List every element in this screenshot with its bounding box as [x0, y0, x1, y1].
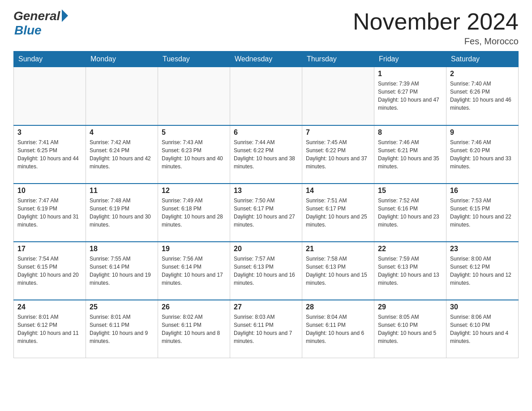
- column-header-saturday: Saturday: [446, 51, 519, 67]
- day-number: 25: [90, 303, 154, 311]
- day-info: Sunrise: 7:41 AMSunset: 6:25 PMDaylight:…: [17, 138, 82, 171]
- calendar-cell: 15Sunrise: 7:52 AMSunset: 6:16 PMDayligh…: [374, 184, 446, 242]
- day-info: Sunrise: 7:44 AMSunset: 6:22 PMDaylight:…: [234, 138, 298, 171]
- calendar-cell: 21Sunrise: 7:58 AMSunset: 6:13 PMDayligh…: [302, 242, 374, 300]
- day-number: 2: [450, 70, 515, 78]
- day-number: 28: [306, 303, 370, 311]
- calendar-cell: 5Sunrise: 7:43 AMSunset: 6:23 PMDaylight…: [158, 125, 230, 184]
- day-info: Sunrise: 7:45 AMSunset: 6:22 PMDaylight:…: [306, 138, 370, 171]
- day-number: 5: [162, 128, 226, 137]
- calendar-cell: [14, 67, 86, 125]
- day-number: 1: [378, 70, 442, 78]
- calendar-cell: 9Sunrise: 7:46 AMSunset: 6:20 PMDaylight…: [446, 125, 519, 184]
- calendar-cell: 18Sunrise: 7:55 AMSunset: 6:14 PMDayligh…: [86, 242, 158, 300]
- logo: General Blue: [13, 9, 68, 38]
- day-number: 10: [17, 187, 82, 195]
- day-info: Sunrise: 7:46 AMSunset: 6:20 PMDaylight:…: [450, 138, 515, 171]
- calendar-cell: 28Sunrise: 8:04 AMSunset: 6:11 PMDayligh…: [302, 300, 374, 358]
- calendar-week-row: 3Sunrise: 7:41 AMSunset: 6:25 PMDaylight…: [14, 125, 519, 184]
- day-number: 19: [162, 245, 226, 253]
- day-info: Sunrise: 8:00 AMSunset: 6:12 PMDaylight:…: [450, 255, 515, 287]
- calendar-cell: 17Sunrise: 7:54 AMSunset: 6:15 PMDayligh…: [14, 242, 86, 300]
- calendar-cell: 16Sunrise: 7:53 AMSunset: 6:15 PMDayligh…: [446, 184, 519, 242]
- title-area: November 2024 Fes, Morocco: [353, 9, 519, 47]
- calendar-cell: 4Sunrise: 7:42 AMSunset: 6:24 PMDaylight…: [86, 125, 158, 184]
- calendar-week-row: 17Sunrise: 7:54 AMSunset: 6:15 PMDayligh…: [14, 242, 519, 300]
- day-number: 7: [306, 128, 370, 137]
- day-info: Sunrise: 7:49 AMSunset: 6:18 PMDaylight:…: [162, 197, 226, 229]
- calendar-cell: 8Sunrise: 7:46 AMSunset: 6:21 PMDaylight…: [374, 125, 446, 184]
- day-number: 24: [17, 303, 82, 311]
- day-info: Sunrise: 7:42 AMSunset: 6:24 PMDaylight:…: [90, 138, 154, 171]
- page-header: General Blue November 2024 Fes, Morocco: [13, 9, 519, 47]
- calendar-week-row: 24Sunrise: 8:01 AMSunset: 6:12 PMDayligh…: [14, 300, 519, 358]
- logo-arrow-icon: [62, 9, 68, 22]
- day-number: 13: [234, 187, 298, 195]
- day-number: 20: [234, 245, 298, 253]
- day-number: 8: [378, 128, 442, 137]
- calendar-cell: [158, 67, 230, 125]
- calendar-cell: 27Sunrise: 8:03 AMSunset: 6:11 PMDayligh…: [230, 300, 302, 358]
- day-number: 27: [234, 303, 298, 311]
- calendar-cell: 12Sunrise: 7:49 AMSunset: 6:18 PMDayligh…: [158, 184, 230, 242]
- day-info: Sunrise: 7:52 AMSunset: 6:16 PMDaylight:…: [378, 197, 442, 229]
- day-info: Sunrise: 7:59 AMSunset: 6:13 PMDaylight:…: [378, 255, 442, 287]
- day-number: 21: [306, 245, 370, 253]
- calendar-week-row: 10Sunrise: 7:47 AMSunset: 6:19 PMDayligh…: [14, 184, 519, 242]
- calendar-cell: 22Sunrise: 7:59 AMSunset: 6:13 PMDayligh…: [374, 242, 446, 300]
- location-label: Fes, Morocco: [353, 36, 519, 47]
- calendar-cell: [86, 67, 158, 125]
- day-info: Sunrise: 7:43 AMSunset: 6:23 PMDaylight:…: [162, 138, 226, 171]
- day-info: Sunrise: 7:53 AMSunset: 6:15 PMDaylight:…: [450, 197, 515, 229]
- day-number: 9: [450, 128, 515, 137]
- day-number: 29: [378, 303, 442, 311]
- column-header-sunday: Sunday: [14, 51, 86, 67]
- day-number: 3: [17, 128, 82, 137]
- calendar-cell: 6Sunrise: 7:44 AMSunset: 6:22 PMDaylight…: [230, 125, 302, 184]
- day-info: Sunrise: 8:01 AMSunset: 6:11 PMDaylight:…: [90, 313, 154, 345]
- calendar-cell: 7Sunrise: 7:45 AMSunset: 6:22 PMDaylight…: [302, 125, 374, 184]
- calendar-week-row: 1Sunrise: 7:39 AMSunset: 6:27 PMDaylight…: [14, 67, 519, 125]
- day-number: 14: [306, 187, 370, 195]
- logo-blue-text: Blue: [14, 23, 42, 38]
- day-number: 11: [90, 187, 154, 195]
- day-info: Sunrise: 7:46 AMSunset: 6:21 PMDaylight:…: [378, 138, 442, 171]
- day-info: Sunrise: 7:55 AMSunset: 6:14 PMDaylight:…: [90, 255, 154, 287]
- day-info: Sunrise: 8:03 AMSunset: 6:11 PMDaylight:…: [234, 313, 298, 345]
- month-title: November 2024: [353, 9, 519, 34]
- calendar-cell: [230, 67, 302, 125]
- calendar-table: SundayMondayTuesdayWednesdayThursdayFrid…: [13, 51, 519, 358]
- column-header-friday: Friday: [374, 51, 446, 67]
- day-info: Sunrise: 7:56 AMSunset: 6:14 PMDaylight:…: [162, 255, 226, 287]
- day-number: 22: [378, 245, 442, 253]
- day-info: Sunrise: 8:01 AMSunset: 6:12 PMDaylight:…: [17, 313, 82, 345]
- day-info: Sunrise: 8:02 AMSunset: 6:11 PMDaylight:…: [162, 313, 226, 345]
- calendar-cell: 30Sunrise: 8:06 AMSunset: 6:10 PMDayligh…: [446, 300, 519, 358]
- day-info: Sunrise: 7:50 AMSunset: 6:17 PMDaylight:…: [234, 197, 298, 229]
- calendar-cell: 24Sunrise: 8:01 AMSunset: 6:12 PMDayligh…: [14, 300, 86, 358]
- day-number: 4: [90, 128, 154, 137]
- day-number: 30: [450, 303, 515, 311]
- day-number: 26: [162, 303, 226, 311]
- day-info: Sunrise: 7:51 AMSunset: 6:17 PMDaylight:…: [306, 197, 370, 229]
- calendar-cell: 3Sunrise: 7:41 AMSunset: 6:25 PMDaylight…: [14, 125, 86, 184]
- day-number: 23: [450, 245, 515, 253]
- day-number: 18: [90, 245, 154, 253]
- day-info: Sunrise: 8:05 AMSunset: 6:10 PMDaylight:…: [378, 313, 442, 345]
- calendar-cell: 10Sunrise: 7:47 AMSunset: 6:19 PMDayligh…: [14, 184, 86, 242]
- calendar-cell: 25Sunrise: 8:01 AMSunset: 6:11 PMDayligh…: [86, 300, 158, 358]
- calendar-cell: 23Sunrise: 8:00 AMSunset: 6:12 PMDayligh…: [446, 242, 519, 300]
- day-number: 16: [450, 187, 515, 195]
- day-info: Sunrise: 7:48 AMSunset: 6:19 PMDaylight:…: [90, 197, 154, 229]
- calendar-cell: 11Sunrise: 7:48 AMSunset: 6:19 PMDayligh…: [86, 184, 158, 242]
- day-number: 6: [234, 128, 298, 137]
- day-number: 15: [378, 187, 442, 195]
- day-info: Sunrise: 7:39 AMSunset: 6:27 PMDaylight:…: [378, 80, 442, 112]
- column-header-thursday: Thursday: [302, 51, 374, 67]
- calendar-cell: 26Sunrise: 8:02 AMSunset: 6:11 PMDayligh…: [158, 300, 230, 358]
- day-number: 12: [162, 187, 226, 195]
- column-header-monday: Monday: [86, 51, 158, 67]
- day-info: Sunrise: 7:47 AMSunset: 6:19 PMDaylight:…: [17, 197, 82, 229]
- day-info: Sunrise: 8:04 AMSunset: 6:11 PMDaylight:…: [306, 313, 370, 345]
- logo-general-text: General: [13, 9, 60, 23]
